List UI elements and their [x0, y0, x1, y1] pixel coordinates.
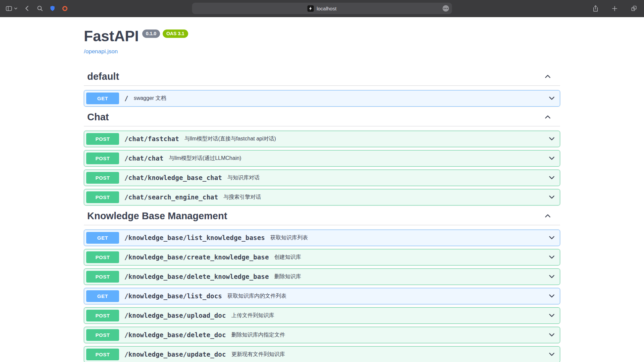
expand-operation-button[interactable] [548, 193, 555, 201]
chevron-up-icon [544, 212, 551, 220]
operation-path: / [124, 95, 128, 102]
operation-path: /knowledge_base/upload_doc [124, 312, 226, 319]
operation-row[interactable]: POST /knowledge_base/upload_doc 上传文件到知识库 [84, 307, 560, 324]
operation-description: 与llm模型对话(通过LLMChain) [169, 155, 241, 162]
ellipsis-icon [444, 8, 445, 9]
chevron-down-icon [14, 6, 18, 10]
blue-extension-button[interactable] [49, 5, 56, 12]
section-default: default GET / swagger 文档 [84, 68, 560, 108]
sidebar-toggle-button[interactable] [5, 5, 12, 12]
expand-operation-button[interactable] [548, 234, 555, 241]
search-icon [37, 5, 43, 12]
chevron-down-icon [548, 351, 555, 358]
expand-operation-button[interactable] [548, 135, 555, 142]
operation-path: /chat/chat [124, 155, 163, 162]
chevron-down-icon [548, 273, 555, 280]
search-button[interactable] [37, 5, 43, 12]
expand-operation-button[interactable] [548, 174, 555, 181]
section-header-default[interactable]: default [84, 68, 560, 86]
operation-row[interactable]: GET / swagger 文档 [84, 90, 560, 107]
method-badge: POST [86, 191, 119, 203]
expand-operation-button[interactable] [548, 273, 555, 280]
orange-extension-button[interactable] [62, 5, 68, 12]
operation-row[interactable]: POST /knowledge_base/update_doc 更新现有文件到知… [84, 346, 560, 362]
section-header-chat[interactable]: Chat [84, 108, 560, 126]
expand-operation-button[interactable] [548, 312, 555, 319]
operation-row[interactable]: POST /knowledge_base/create_knowledge_ba… [84, 249, 560, 265]
method-badge: POST [86, 271, 119, 283]
expand-operation-button[interactable] [548, 351, 555, 358]
operation-row[interactable]: POST /knowledge_base/delete_doc 删除知识库内指定… [84, 327, 560, 343]
operation-description: 获取知识库内的文件列表 [227, 293, 286, 300]
toolbar-left-group [5, 0, 68, 17]
tab-overview-button[interactable] [631, 5, 637, 12]
toolbar-right-group [592, 0, 637, 17]
chevron-down-icon [548, 174, 555, 181]
section-operations: GET / swagger 文档 [84, 86, 560, 108]
expand-operation-button[interactable] [548, 292, 555, 300]
lightning-bolt-icon [309, 6, 313, 11]
collapse-section-button[interactable] [544, 113, 551, 121]
section-operations: GET /knowledge_base/list_knowledge_bases… [84, 225, 560, 362]
new-tab-button[interactable] [611, 5, 618, 12]
back-arrow-icon [24, 5, 31, 12]
operation-path: /knowledge_base/delete_knowledge_base [124, 273, 269, 280]
version-badge: 0.1.0 [142, 29, 160, 38]
operation-path: /knowledge_base/create_knowledge_base [124, 253, 269, 261]
chevron-down-icon [548, 155, 555, 162]
share-icon [592, 5, 599, 12]
operation-row[interactable]: POST /knowledge_base/delete_knowledge_ba… [84, 268, 560, 285]
method-badge: GET [86, 232, 119, 244]
chevron-down-icon [548, 312, 555, 319]
swagger-page: FastAPI 0.1.0 OAS 3.1 /openapi.json defa… [84, 17, 560, 362]
section-title: Knowledge Base Management [87, 210, 227, 222]
section-title: Chat [87, 112, 109, 123]
section-knowledge-base-management: Knowledge Base Management GET /knowledge… [84, 207, 560, 362]
chevron-up-icon [544, 113, 551, 121]
operation-row[interactable]: POST /chat/search_engine_chat 与搜索引擎对话 [84, 189, 560, 205]
orange-extension-icon [62, 5, 68, 12]
expand-operation-button[interactable] [548, 95, 555, 102]
method-badge: POST [86, 349, 119, 360]
operation-row[interactable]: POST /chat/chat 与llm模型对话(通过LLMChain) [84, 150, 560, 167]
collapse-section-button[interactable] [544, 73, 551, 80]
chevron-down-icon [548, 292, 555, 300]
chevron-down-icon [548, 95, 555, 102]
section-header-knowledge-base[interactable]: Knowledge Base Management [84, 207, 560, 225]
page-menu-button[interactable] [443, 5, 449, 12]
operation-row[interactable]: POST /chat/knowledge_base_chat 与知识库对话 [84, 170, 560, 186]
browser-toolbar: localhost [0, 0, 644, 17]
operation-description: 获取知识库列表 [270, 234, 308, 241]
method-badge: POST [86, 153, 119, 164]
section-operations: POST /chat/fastchat 与llm模型对话(直接与fastchat… [84, 126, 560, 207]
api-title-text: FastAPI [84, 28, 139, 45]
blue-extension-icon [49, 5, 56, 12]
method-badge: GET [86, 290, 119, 302]
expand-operation-button[interactable] [548, 155, 555, 162]
expand-operation-button[interactable] [548, 253, 555, 261]
expand-operation-button[interactable] [548, 331, 555, 339]
operation-row[interactable]: GET /knowledge_base/list_knowledge_bases… [84, 230, 560, 246]
address-bar[interactable]: localhost [192, 3, 452, 14]
operation-description: 与搜索引擎对话 [223, 194, 261, 201]
operation-path: /chat/knowledge_base_chat [124, 174, 222, 181]
operation-row[interactable]: GET /knowledge_base/list_docs 获取知识库内的文件列… [84, 288, 560, 304]
chevron-down-icon [548, 253, 555, 261]
collapse-section-button[interactable] [544, 212, 551, 220]
operation-description: 上传文件到知识库 [231, 312, 274, 319]
operation-description: swagger 文档 [134, 95, 166, 102]
operation-description: 删除知识库 [274, 273, 301, 280]
operation-path: /chat/fastchat [124, 135, 179, 142]
share-button[interactable] [592, 5, 599, 12]
method-badge: POST [86, 329, 119, 341]
openapi-spec-link[interactable]: /openapi.json [84, 48, 118, 55]
operation-path: /knowledge_base/list_docs [124, 292, 222, 300]
back-button[interactable] [24, 5, 31, 12]
method-badge: POST [86, 310, 119, 321]
operation-description: 更新现有文件到知识库 [231, 351, 285, 358]
sidebar-icon [5, 5, 12, 12]
tabs-icon [631, 5, 637, 12]
operation-row[interactable]: POST /chat/fastchat 与llm模型对话(直接与fastchat… [84, 131, 560, 147]
sidebar-menu-chevron[interactable] [14, 6, 18, 10]
operation-description: 创建知识库 [274, 254, 301, 261]
